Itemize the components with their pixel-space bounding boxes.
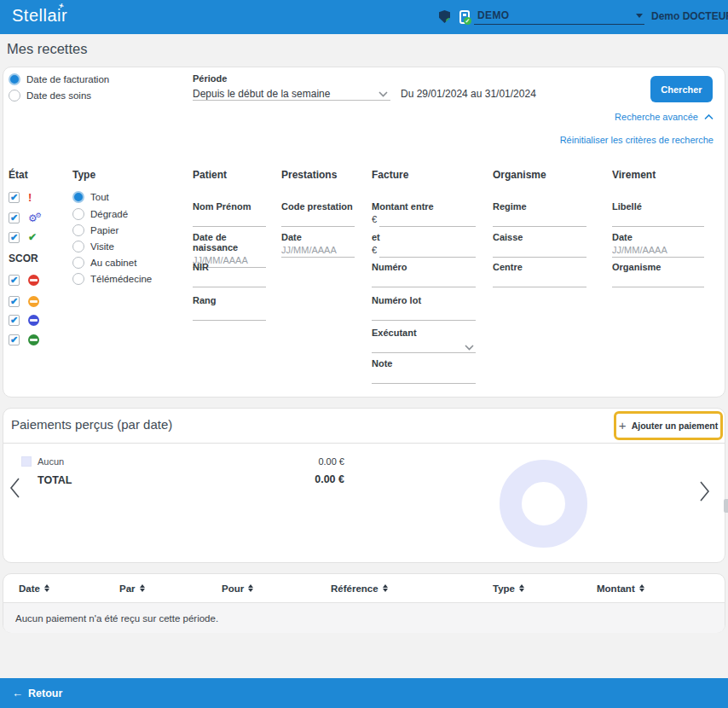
type-option-au-cabinet[interactable]: Au cabinet (72, 257, 136, 269)
status-ok-badge-icon: ✓ (446, 18, 454, 26)
checkbox-scor-red[interactable]: ✔ (9, 275, 20, 286)
type-option-telemedecine[interactable]: Télémédecine (72, 273, 152, 285)
field-label: NIR (193, 262, 266, 272)
code-prestation-input[interactable] (281, 212, 355, 227)
nom-prenom-input[interactable] (193, 212, 266, 227)
top-header: Stellair + ✓ ✓ DEMO Demo DOCTEUR (0, 0, 728, 34)
radio-icon (72, 208, 84, 220)
periode-label: Période (193, 73, 227, 84)
carousel-next-button[interactable] (699, 480, 711, 505)
column-header-reference[interactable]: Référence (331, 583, 493, 594)
sort-icon (44, 584, 49, 592)
centre-input[interactable] (493, 272, 586, 287)
checkbox-scor-blue[interactable]: ✔ (9, 315, 20, 326)
type-option-degrade[interactable]: Dégradé (72, 208, 128, 220)
checkbox-ok[interactable]: ✔ (9, 232, 20, 243)
radio-icon (72, 257, 84, 269)
column-header-pour[interactable]: Pour (222, 583, 331, 594)
prestation-date-input[interactable] (281, 242, 355, 258)
euro-prefix: € (372, 245, 377, 258)
chevron-down-icon (465, 345, 474, 351)
sort-icon (140, 584, 145, 592)
virement-organisme-input[interactable] (612, 272, 704, 287)
radio-date-soins[interactable]: Date des soins (9, 90, 91, 102)
field-label: Nom Prénom (193, 201, 266, 212)
montant-max-input[interactable] (379, 242, 476, 258)
field-virement-organisme: Organisme (612, 262, 704, 287)
field-caisse: Caisse (493, 232, 586, 258)
payments-panel: Paiements perçus (par date) + Ajouter un… (3, 408, 725, 563)
card-reader-status-icon[interactable]: ✓ (459, 10, 470, 24)
periode-select[interactable]: Depuis le début de la semaine (193, 85, 390, 101)
rang-input[interactable] (193, 305, 266, 321)
euro-prefix: € (372, 214, 377, 227)
caisse-input[interactable] (493, 242, 586, 258)
virement-date-input[interactable] (612, 242, 704, 258)
vitale-card-status-icon[interactable]: ✓ (439, 10, 450, 23)
numero-input[interactable] (372, 272, 476, 287)
nir-input[interactable] (193, 272, 266, 287)
checkbox-warning[interactable]: ✔ (9, 192, 20, 203)
sort-icon (519, 584, 524, 592)
check-icon: ✔ (28, 231, 37, 243)
field-label: Exécutant (372, 328, 476, 338)
radio-date-facturation[interactable]: Date de facturation (9, 73, 109, 85)
field-montant-max: et € (372, 232, 476, 258)
column-header-montant[interactable]: Montant (597, 583, 699, 594)
page-title: Mes recettes (7, 41, 87, 57)
reset-criteria-link[interactable]: Réinitialiser les critères de recherche (560, 135, 714, 145)
app-logo[interactable]: Stellair + (12, 6, 67, 26)
column-header-date[interactable]: Date (19, 583, 119, 594)
montant-min-input[interactable] (379, 212, 476, 227)
field-executant: Exécutant (372, 328, 476, 353)
numero-lot-input[interactable] (372, 305, 476, 321)
field-code-prestation: Code prestation (281, 201, 355, 227)
filter-title-virement: Virement (612, 169, 656, 181)
chercher-button[interactable]: Chercher (650, 76, 713, 102)
executant-select[interactable] (372, 338, 476, 353)
recherche-avancee-link[interactable]: Recherche avancée (615, 112, 714, 122)
column-label: Type (493, 583, 515, 594)
column-header-type[interactable]: Type (493, 583, 597, 594)
field-nir: NIR (193, 262, 266, 287)
type-option-visite[interactable]: Visite (72, 241, 114, 252)
payments-title: Paiements perçus (par date) (11, 417, 172, 432)
scor-blue-icon (28, 315, 39, 326)
regime-input[interactable] (493, 212, 586, 227)
field-label: Regime (493, 201, 586, 212)
filter-title-facture: Facture (372, 169, 408, 181)
periode-value: Depuis le début de la semaine (193, 88, 330, 100)
radio-label: Dégradé (90, 209, 128, 219)
column-header-par[interactable]: Par (119, 583, 222, 594)
column-label: Date (19, 583, 40, 594)
back-bar[interactable]: ← Retour (0, 678, 728, 708)
checkbox-scor-green[interactable]: ✔ (9, 334, 20, 345)
type-option-papier[interactable]: Papier (72, 224, 118, 236)
add-payment-button[interactable]: + Ajouter un paiement (614, 411, 723, 440)
filter-title-etat: État (9, 169, 28, 181)
note-input[interactable] (372, 369, 476, 384)
field-label: Rang (193, 295, 266, 305)
sort-icon (383, 584, 388, 592)
field-prestation-date: Date (281, 232, 355, 258)
workspace-select[interactable]: DEMO (474, 8, 644, 25)
filter-title-prestations: Prestations (281, 169, 337, 181)
carousel-prev-button[interactable] (9, 477, 20, 502)
checkbox-processing[interactable]: ✔ (9, 212, 20, 223)
workspace-value: DEMO (477, 9, 510, 21)
radio-label: Au cabinet (90, 258, 136, 268)
warning-icon: ! (28, 191, 32, 204)
edge-widget[interactable] (724, 499, 728, 513)
user-menu[interactable]: Demo DOCTEUR (651, 10, 728, 22)
type-option-tout[interactable]: Tout (72, 191, 109, 203)
legend-label: Aucun (38, 456, 64, 467)
search-panel: Date de facturation Date des soins Pério… (3, 67, 725, 398)
column-label: Par (119, 583, 136, 594)
scor-orange-icon (28, 296, 39, 307)
field-label: Date (281, 232, 355, 242)
column-label: Montant (597, 583, 635, 594)
add-payment-label: Ajouter un paiement (632, 421, 719, 431)
checkbox-scor-orange[interactable]: ✔ (9, 296, 20, 307)
payments-table-panel: Date Par Pour Référence Type Montant (3, 573, 725, 633)
libelle-input[interactable] (612, 212, 704, 227)
